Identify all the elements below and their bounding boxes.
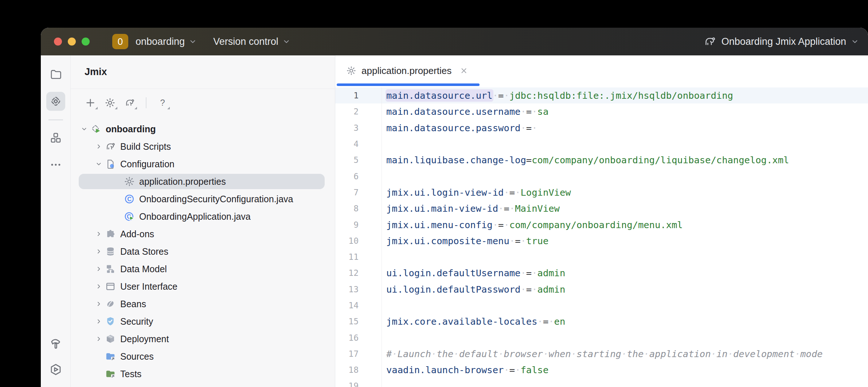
editor-gutter: 13 [335,281,382,297]
vcs-menu[interactable]: Version control [213,36,291,47]
code-line-4[interactable]: 4 [335,136,868,152]
branch-badge[interactable]: 0 [112,34,128,49]
svg-text:C: C [127,196,132,202]
code-line-6[interactable]: 6 [335,168,868,184]
tree-item-onboardingsecurityconfiguration-java[interactable]: COnboardingSecurityConfiguration.java [71,190,335,208]
code-line-10[interactable]: 10jmix.ui.composite-menu·=·true [335,233,868,249]
line-number: 4 [335,139,359,149]
chevron-right-icon[interactable] [93,230,105,238]
build-hammer-tool-button[interactable] [46,333,65,352]
property-key: jmix.ui.composite-menu [386,235,509,246]
tree-item-build-scripts[interactable]: Build Scripts [71,138,335,155]
tree-item-security[interactable]: Security [71,313,335,330]
tree-item-label: Build Scripts [120,141,171,152]
gear-button[interactable] [102,95,118,111]
structure-tool-button[interactable] [46,128,65,147]
code-text: jmix.ui.menu-config·=·com/company/onboar… [382,219,683,230]
tree-item-configuration[interactable]: Configuration [71,155,335,173]
project-menu[interactable]: onboarding [136,36,197,47]
dropdown-triangle [134,107,137,109]
tree-item-add-ons[interactable]: Add-ons [71,225,335,243]
chevron-right-icon[interactable] [93,143,105,150]
minimize-window-button[interactable] [68,38,76,46]
chevron-down-icon[interactable] [93,160,105,168]
project-tree: onboardingBuild ScriptsConfigurationappl… [71,117,335,387]
chevron-right-icon[interactable] [93,283,105,290]
chevron-right-icon[interactable] [93,318,105,325]
property-value: sa [537,106,549,117]
chevron-down-icon[interactable] [78,125,90,133]
property-value: com/company/onboarding/menu.xml [509,219,683,230]
tree-item-tests[interactable]: Tests [71,365,335,383]
jmix-project-icon [90,124,101,134]
chevron-right-icon[interactable] [93,300,105,308]
editor-gutter: 7 [335,184,382,200]
folder-tool-button[interactable] [46,65,65,84]
help-icon: ? [157,97,168,108]
code-line-18[interactable]: 18vaadin.launch-browser·=·false [335,362,868,378]
tool-window-title: Jmix [85,66,107,78]
tree-item-data-model[interactable]: Data Model [71,260,335,278]
chevron-right-icon[interactable] [93,248,105,255]
close-icon[interactable] [460,66,468,75]
ui-window-icon [105,281,116,292]
code-line-7[interactable]: 7jmix.ui.login-view-id·=·LoginView [335,184,868,200]
property-key: jmix.ui.menu-config [386,219,493,230]
code-line-19[interactable]: 19 [335,378,868,387]
code-line-3[interactable]: 3main.datasource.password·=· [335,120,868,136]
gradle-elephant-button[interactable] [122,95,138,111]
jmix-tool-icon [49,95,62,108]
line-number: 12 [335,268,359,278]
code-text: #·Launch·the·default·browser·when·starti… [382,348,823,359]
jmix-tool-tool-button[interactable] [46,92,65,111]
close-window-button[interactable] [54,38,62,46]
tree-item-label: User Interface [120,281,177,292]
services-tool-button[interactable] [46,360,65,379]
tree-item-data-stores[interactable]: Data Stores [71,243,335,260]
tree-item-application-properties[interactable]: application.properties [71,173,335,190]
tree-item-sources[interactable]: Sources [71,348,335,365]
chevron-right-icon[interactable] [93,335,105,343]
line-number: 11 [335,252,359,262]
tree-item-label: Sources [120,351,154,362]
code-line-16[interactable]: 16 [335,329,868,345]
dropdown-triangle [95,107,98,109]
code-line-9[interactable]: 9jmix.ui.menu-config·=·com/company/onboa… [335,216,868,232]
plus-button[interactable] [82,95,98,111]
code-line-8[interactable]: 8jmix.ui.main-view-id·=·MainView [335,200,868,216]
tree-item-label: onboarding [106,124,156,134]
editor-gutter: 17 [335,346,382,362]
code-line-13[interactable]: 13ui.login.defaultPassword·=·admin [335,281,868,297]
line-number: 9 [335,220,359,230]
more-tool-button[interactable] [46,155,65,174]
code-editor[interactable]: 1main.datasource.url·=·jdbc:hsqldb:file:… [335,86,868,387]
editor-gutter: 6 [335,168,382,184]
tree-item-deployment[interactable]: Deployment [71,330,335,348]
code-line-14[interactable]: 14 [335,297,868,313]
code-text: jmix.core.available-locales·=·en [382,316,565,327]
tree-item-onboardingapplication-java[interactable]: COnboardingApplication.java [71,208,335,225]
run-configuration-selector[interactable]: Onboarding Jmix Application [703,35,859,48]
tab-application-properties[interactable]: application.properties [335,55,478,86]
code-line-17[interactable]: 17#·Launch·the·default·browser·when·star… [335,346,868,362]
code-line-11[interactable]: 11 [335,249,868,265]
property-key: ui.login.defaultUsername [386,267,520,278]
code-line-5[interactable]: 5main.liquibase.change-log=com/company/o… [335,152,868,168]
tree-item-onboarding[interactable]: onboarding [71,120,335,138]
zoom-window-button[interactable] [82,38,90,46]
plus-icon [85,97,96,108]
tree-item-beans[interactable]: Beans [71,295,335,313]
line-number: 1 [335,91,359,100]
tree-item-user-interface[interactable]: User Interface [71,278,335,295]
chevron-right-icon[interactable] [93,265,105,273]
code-line-12[interactable]: 12ui.login.defaultUsername·=·admin [335,265,868,281]
property-value: MainView [515,203,560,214]
code-line-15[interactable]: 15jmix.core.available-locales·=·en [335,313,868,329]
code-line-2[interactable]: 2main.datasource.username·=·sa [335,103,868,120]
help-button[interactable]: ? [155,95,171,111]
bean-icon [105,298,116,309]
gradle-elephant-icon [105,141,116,152]
property-value: jdbc:hsqldb:file:.jmix/hsqldb/onboarding [509,90,733,101]
class-icon: C [124,193,135,204]
code-line-1[interactable]: 1main.datasource.url·=·jdbc:hsqldb:file:… [335,87,868,103]
